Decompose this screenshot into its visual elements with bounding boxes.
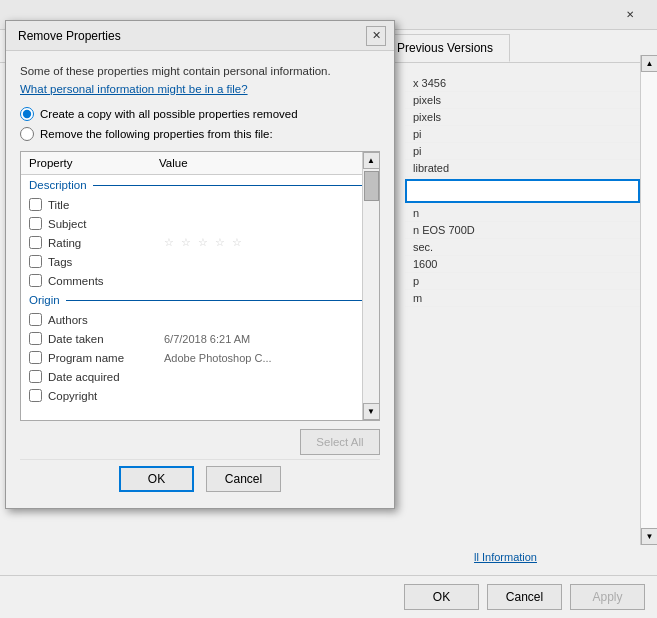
item-name-copyright: Copyright: [48, 390, 158, 402]
item-name-subject: Subject: [48, 218, 158, 230]
dialog-footer: OK Cancel: [20, 459, 380, 496]
list-item-tags: Tags: [21, 252, 379, 271]
dialog-cancel-button[interactable]: Cancel: [206, 466, 281, 492]
prop-val-5: pi: [413, 145, 632, 157]
prop-val-1: x 3456: [413, 77, 632, 89]
list-item-program-name: Program name Adobe Photoshop C...: [21, 348, 379, 367]
section-description: Description: [21, 175, 379, 195]
radio-item-remove: Remove the following properties from thi…: [20, 127, 380, 141]
item-name-rating: Rating: [48, 237, 158, 249]
checkbox-copyright[interactable]: [29, 389, 42, 402]
list-item-date-taken: Date taken 6/7/2018 6:21 AM: [21, 329, 379, 348]
property-edit-box[interactable]: [405, 179, 640, 203]
bg-scroll-up-button[interactable]: ▲: [641, 55, 657, 72]
remove-properties-dialog: Remove Properties ✕ Some of these proper…: [5, 20, 395, 509]
checkbox-program-name[interactable]: [29, 351, 42, 364]
prop-val-9: n EOS 700D: [413, 224, 632, 236]
radio-item-copy: Create a copy with all possible properti…: [20, 107, 380, 121]
dialog-intro-text: Some of these properties might contain p…: [20, 63, 380, 79]
item-name-date-acquired: Date acquired: [48, 371, 158, 383]
property-list-header: Property Value: [21, 152, 379, 175]
list-item-copyright: Copyright: [21, 386, 379, 405]
prop-val-8: n: [413, 207, 632, 219]
origin-section-line: [66, 300, 371, 301]
radio-remove-label: Remove the following properties from thi…: [40, 128, 273, 140]
dialog-ok-button[interactable]: OK: [119, 466, 194, 492]
dialog-close-button[interactable]: ✕: [366, 26, 386, 46]
prop-val-11: 1600: [413, 258, 632, 270]
radio-group: Create a copy with all possible properti…: [20, 107, 380, 141]
checkbox-tags[interactable]: [29, 255, 42, 268]
dialog-body: Some of these properties might contain p…: [6, 51, 394, 508]
bottom-bar: OK Cancel Apply: [0, 575, 657, 618]
origin-label: Origin: [29, 294, 60, 306]
header-property: Property: [29, 157, 159, 169]
prop-val-2: pixels: [413, 94, 632, 106]
checkbox-comments[interactable]: [29, 274, 42, 287]
section-line: [93, 185, 371, 186]
description-label: Description: [29, 179, 87, 191]
list-scroll-down-button[interactable]: ▼: [363, 403, 380, 420]
select-all-button[interactable]: Select All: [300, 429, 380, 455]
list-item-authors: Authors: [21, 310, 379, 329]
list-item-rating: Rating ☆ ☆ ☆ ☆ ☆: [21, 233, 379, 252]
bottom-cancel-button[interactable]: Cancel: [487, 584, 562, 610]
prop-val-6: librated: [413, 162, 632, 174]
prop-val-12: p: [413, 275, 632, 287]
item-name-title: Title: [48, 199, 158, 211]
checkbox-rating[interactable]: [29, 236, 42, 249]
section-origin: Origin: [21, 290, 379, 310]
bg-scrollbar: ▲ ▼: [640, 55, 657, 545]
checkbox-authors[interactable]: [29, 313, 42, 326]
list-item-date-acquired: Date acquired: [21, 367, 379, 386]
item-value-date-taken: 6/7/2018 6:21 AM: [164, 333, 371, 345]
checkbox-date-acquired[interactable]: [29, 370, 42, 383]
item-name-authors: Authors: [48, 314, 158, 326]
list-item-subject: Subject: [21, 214, 379, 233]
item-name-tags: Tags: [48, 256, 158, 268]
item-value-program: Adobe Photoshop C...: [164, 352, 371, 364]
header-value: Value: [159, 157, 371, 169]
previous-versions-tab[interactable]: Previous Versions: [380, 34, 510, 62]
dialog-titlebar: Remove Properties ✕: [6, 21, 394, 51]
bottom-apply-button[interactable]: Apply: [570, 584, 645, 610]
radio-copy-input[interactable]: [20, 107, 34, 121]
checkbox-subject[interactable]: [29, 217, 42, 230]
radio-copy-label: Create a copy with all possible properti…: [40, 108, 298, 120]
checkbox-date-taken[interactable]: [29, 332, 42, 345]
list-scroll-up-button[interactable]: ▲: [363, 152, 380, 169]
select-all-row: Select All: [20, 429, 380, 455]
checkbox-title[interactable]: [29, 198, 42, 211]
item-name-program: Program name: [48, 352, 158, 364]
list-scrollbar: ▲ ▼: [362, 152, 379, 420]
bottom-ok-button[interactable]: OK: [404, 584, 479, 610]
radio-remove-input[interactable]: [20, 127, 34, 141]
item-name-date-taken: Date taken: [48, 333, 158, 345]
prop-val-3: pixels: [413, 111, 632, 123]
item-value-rating: ☆ ☆ ☆ ☆ ☆: [164, 236, 371, 249]
prop-val-13: m: [413, 292, 632, 304]
properties-display: x 3456 pixels pixels pi pi librated n n …: [405, 75, 640, 307]
property-list-container: Property Value Description Title Subject: [20, 151, 380, 421]
scroll-thumb[interactable]: [364, 171, 379, 201]
bg-scroll-down-button[interactable]: ▼: [641, 528, 657, 545]
item-name-comments: Comments: [48, 275, 158, 287]
dialog-title: Remove Properties: [18, 29, 121, 43]
prop-val-4: pi: [413, 128, 632, 140]
list-item-title: Title: [21, 195, 379, 214]
list-item-comments: Comments: [21, 271, 379, 290]
personal-info-link[interactable]: What personal information might be in a …: [20, 83, 380, 95]
bg-close-button[interactable]: ✕: [607, 0, 653, 30]
prop-val-10: sec.: [413, 241, 632, 253]
remove-info-link[interactable]: ll Information: [474, 551, 537, 563]
